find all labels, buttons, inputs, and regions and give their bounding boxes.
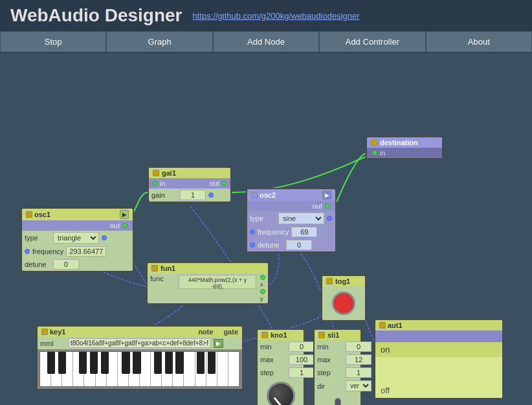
gai1-title: gai1 — [162, 169, 176, 177]
destination-node-header: destination — [367, 137, 442, 148]
destination-node: destination in — [366, 136, 443, 159]
osc2-type-row: type sine triangle square sawtooth — [247, 211, 335, 226]
gai1-gain-row: gain 1 — [149, 189, 230, 202]
sli1-dir-select[interactable]: vert horiz — [346, 380, 371, 391]
gai1-gain-value[interactable]: 1 — [180, 190, 206, 200]
osc1-frequency-row: frequency 293.66477 — [22, 245, 133, 258]
header: WebAudio Designer https://github.com/g20… — [0, 0, 532, 31]
sli1-step-value[interactable]: 1 — [346, 367, 371, 378]
piano-key-black[interactable] — [101, 352, 109, 374]
piano-key-black[interactable] — [122, 352, 129, 374]
piano-key-black[interactable] — [197, 352, 205, 374]
canvas: destination in gai1 in out gain 1 — [0, 53, 532, 403]
key1-mml-play[interactable]: ▶ — [214, 339, 223, 348]
fun1-func-label: func — [150, 275, 176, 283]
key1-note-label: note — [198, 328, 213, 336]
osc2-type-label: type — [250, 214, 276, 222]
osc1-freq-port-in — [25, 249, 30, 254]
piano-key-black[interactable] — [175, 352, 183, 374]
kno1-min-label: min — [260, 343, 286, 351]
gai1-node: gai1 in out gain 1 — [148, 167, 232, 203]
piano-key-black[interactable] — [79, 352, 87, 374]
sli1-min-label: min — [317, 343, 343, 351]
osc2-frequency-label: frequency — [258, 228, 289, 236]
aut1-on-label: on — [381, 345, 390, 354]
osc2-play-button[interactable]: ▶ — [322, 191, 331, 200]
osc1-type-label: type — [25, 234, 50, 242]
gai1-in-port — [153, 181, 158, 186]
osc2-detune-label: detune — [258, 241, 283, 249]
piano-key-black[interactable] — [165, 352, 173, 374]
tog1-node: tog1 — [321, 275, 366, 321]
osc1-detune-value[interactable]: 0 — [53, 259, 79, 270]
graph-button[interactable]: Graph — [106, 31, 212, 52]
key1-mml-row: mml ▶ — [38, 337, 242, 349]
destination-in-port: in — [367, 148, 442, 158]
osc2-out-port — [325, 203, 330, 209]
aut1-icon — [379, 322, 386, 329]
osc1-out-row: out — [22, 220, 133, 231]
piano-key-white[interactable] — [140, 352, 151, 387]
osc1-out-port — [122, 223, 127, 228]
tog1-title: tog1 — [335, 277, 350, 285]
piano-key-black[interactable] — [154, 352, 162, 374]
kno1-max-value[interactable]: 100 — [289, 354, 315, 365]
gai1-header: gai1 — [149, 168, 230, 178]
app-title: WebAudio Designer — [10, 5, 183, 26]
sli1-header: sli1 — [315, 330, 360, 340]
fun1-func-value[interactable]: 440*Math.pow(2,(x + y -69), — [179, 275, 256, 289]
kno1-step-label: step — [260, 369, 286, 376]
sli1-slider-area[interactable] — [315, 393, 360, 405]
key1-mml-input[interactable] — [69, 338, 211, 348]
piano-key-black[interactable] — [90, 352, 98, 374]
gai1-in-label: in — [160, 179, 166, 187]
piano-key-black[interactable] — [133, 352, 140, 374]
stop-button[interactable]: Stop — [0, 31, 106, 52]
kno1-knob[interactable] — [267, 382, 295, 405]
piano-key-white[interactable] — [217, 352, 228, 387]
osc2-type-select[interactable]: sine triangle square sawtooth — [278, 213, 324, 224]
key1-gate-label: gate — [223, 328, 238, 336]
osc1-type-port — [102, 235, 107, 240]
piano-key-black[interactable] — [208, 352, 216, 374]
key1-header: key1 note gate — [38, 327, 242, 337]
piano-keyboard[interactable] — [38, 349, 242, 389]
sli1-track[interactable] — [335, 398, 341, 405]
kno1-min-value[interactable]: 0 — [289, 341, 315, 352]
tog1-toggle[interactable] — [332, 292, 355, 315]
kno1-title: kno1 — [271, 331, 287, 339]
osc1-detune-row: detune 0 — [22, 258, 133, 271]
toolbar: Stop Graph Add Node Add Controller About — [0, 31, 532, 53]
osc1-frequency-value[interactable]: 293.66477 — [66, 246, 106, 257]
kno1-step-value[interactable]: 1 — [289, 367, 315, 378]
osc1-play-button[interactable]: ▶ — [120, 210, 129, 219]
github-link[interactable]: https://github.com/g200kg/webaudiodesign… — [193, 11, 360, 21]
add-controller-button[interactable]: Add Controller — [319, 31, 425, 52]
osc2-detune-value[interactable]: 0 — [286, 240, 312, 250]
about-button[interactable]: About — [426, 31, 532, 52]
osc2-detune-port-in — [250, 242, 255, 248]
piano-key-black[interactable] — [58, 352, 66, 374]
aut1-on-area: on — [375, 342, 502, 357]
gai1-out-port — [221, 181, 227, 186]
osc1-header: osc1 ▶ — [22, 209, 133, 220]
osc1-type-select[interactable]: triangle sine square sawtooth — [53, 232, 99, 244]
piano-key-white[interactable] — [184, 352, 195, 387]
kno1-knob-area[interactable] — [258, 382, 304, 405]
aut1-node: aut1 on off — [374, 319, 504, 399]
piano-key-white[interactable] — [228, 352, 239, 387]
gai1-icon — [153, 170, 159, 176]
sli1-min-value[interactable]: 0 — [346, 341, 371, 352]
gai1-gain-label: gain — [151, 191, 177, 199]
osc2-out-row: out — [247, 201, 335, 211]
piano-key-black[interactable] — [47, 352, 55, 374]
gai1-gain-port — [208, 192, 214, 198]
add-node-button[interactable]: Add Node — [213, 31, 319, 52]
osc2-frequency-value[interactable]: 69 — [291, 227, 317, 237]
osc2-freq-port-in — [250, 229, 255, 235]
destination-icon — [371, 139, 377, 146]
fun1-func-row: func 440*Math.pow(2,(x + y -69), x y — [148, 273, 268, 303]
sli1-max-value[interactable]: 12 — [346, 354, 371, 365]
kno1-max-label: max — [260, 356, 286, 364]
osc2-icon — [251, 192, 258, 198]
